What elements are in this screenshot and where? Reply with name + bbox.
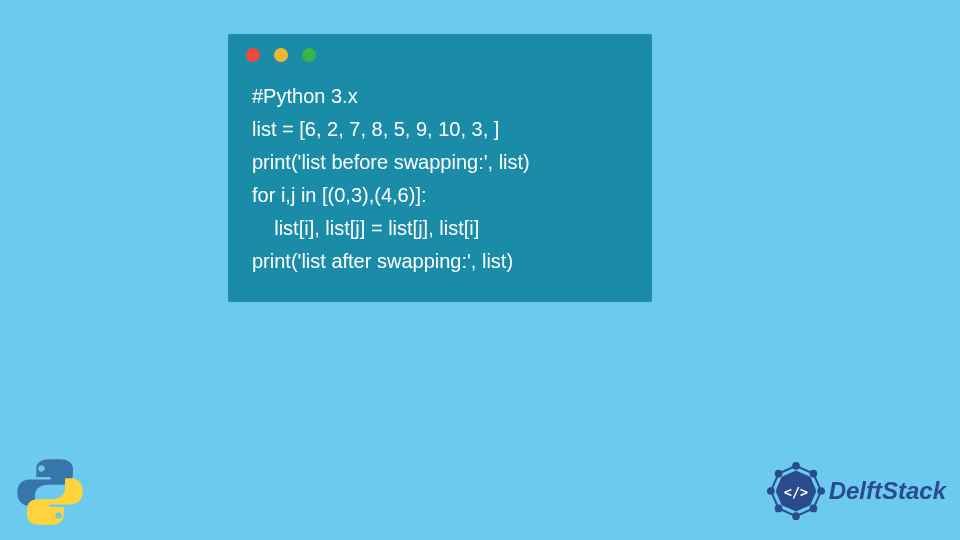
svg-point-2 bbox=[793, 463, 799, 469]
code-window: #Python 3.x list = [6, 2, 7, 8, 5, 9, 10… bbox=[228, 34, 652, 302]
minimize-icon bbox=[274, 48, 288, 62]
code-line: for i,j in [(0,3),(4,6)]: bbox=[252, 179, 628, 212]
code-line: print('list after swapping:', list) bbox=[252, 245, 628, 278]
svg-point-7 bbox=[775, 506, 781, 512]
delftstack-emblem-icon: </> bbox=[767, 462, 825, 520]
python-logo-icon bbox=[14, 456, 86, 528]
svg-point-5 bbox=[810, 506, 816, 512]
code-line: print('list before swapping:', list) bbox=[252, 146, 628, 179]
svg-text:</>: </> bbox=[783, 484, 807, 500]
code-line: list[i], list[j] = list[j], list[i] bbox=[252, 212, 628, 245]
svg-point-9 bbox=[775, 471, 781, 477]
svg-point-8 bbox=[768, 488, 774, 494]
code-line: list = [6, 2, 7, 8, 5, 9, 10, 3, ] bbox=[252, 113, 628, 146]
svg-point-6 bbox=[793, 513, 799, 519]
code-content: #Python 3.x list = [6, 2, 7, 8, 5, 9, 10… bbox=[228, 70, 652, 302]
code-line: #Python 3.x bbox=[252, 80, 628, 113]
delftstack-text: DelftStack bbox=[829, 477, 946, 505]
delftstack-logo: </> DelftStack bbox=[767, 462, 946, 520]
maximize-icon bbox=[302, 48, 316, 62]
close-icon bbox=[246, 48, 260, 62]
svg-point-4 bbox=[818, 488, 824, 494]
window-controls bbox=[228, 34, 652, 70]
svg-point-3 bbox=[810, 471, 816, 477]
